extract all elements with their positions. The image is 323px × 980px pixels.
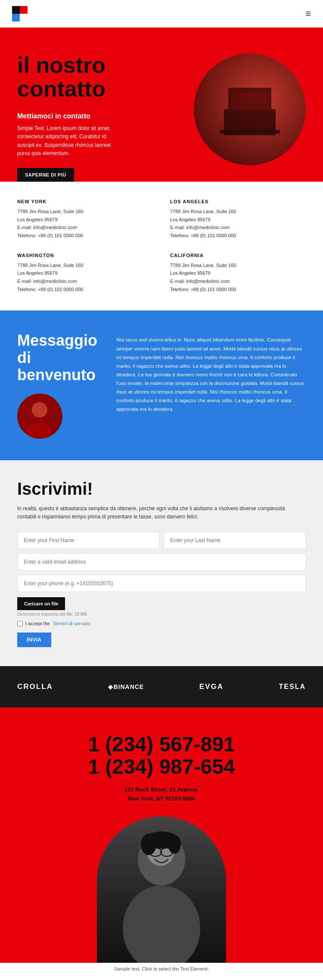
welcome-body: Nisi lacus sed viverra tellus in. Nunc a… (116, 335, 306, 413)
hero-subtitle: Mettiamoci in contatto (17, 112, 194, 120)
phone-input[interactable] (17, 575, 306, 592)
city-label: NEW YORK (17, 199, 153, 204)
welcome-section: Messaggio di benvenuto Nisi lacus sed vi… (0, 310, 323, 460)
addr-email: E-mail: info@mediclinic.com (170, 279, 230, 284)
svg-point-13 (32, 402, 47, 418)
terms-checkbox[interactable] (17, 621, 23, 626)
footer-cta-section: 1 (234) 567-891 1 (234) 987-654 121 Rock… (0, 707, 323, 963)
svg-rect-1 (20, 6, 28, 14)
addr-phone: Telefono: +88 (0) 101 0000 000 (17, 287, 83, 292)
address-text: 7789 Jim Rosa Lane, Suite 160 Los Angele… (170, 261, 306, 294)
footer-phone2: 1 (234) 987-654 (17, 756, 306, 778)
welcome-left: Messaggio di benvenuto (17, 332, 103, 439)
hero-body: Simple Text. Lorem ipsum dolor sit amet,… (17, 124, 112, 158)
svg-point-24 (141, 834, 156, 855)
logo[interactable] (12, 6, 28, 22)
svg-point-18 (123, 885, 200, 963)
addr-line2: Los Angeles 95679 (170, 217, 211, 222)
first-name-input[interactable] (17, 532, 159, 549)
city-label: WASHINGTON (17, 253, 153, 258)
terms-link[interactable]: Termini di servizio (53, 621, 90, 626)
footer-address: 121 Rock Street, 21 Avenue, New York, NY… (17, 785, 306, 803)
upload-button[interactable]: Caricare un file (17, 597, 65, 610)
terms-label: I accept the (25, 621, 50, 626)
address-block-1: LOS ANGELES 7789 Jim Rosa Lane, Suite 16… (170, 199, 306, 240)
svg-point-25 (168, 835, 181, 854)
addr-phone: Telefono: +88 (0) 101 0000 000 (17, 233, 83, 238)
addr-line1: 7789 Jim Rosa Lane, Suite 160 (17, 263, 84, 268)
hero-image-wrap (194, 53, 306, 165)
sample-text-bar: Sample text. Click to select the Text El… (0, 963, 323, 975)
navigation: ≡ (0, 0, 323, 28)
welcome-avatar (17, 394, 62, 439)
hero-text: il nostro contatto Mettiamoci in contatt… (17, 49, 194, 182)
address-text: 7789 Jim Rosa Lane, Suite 160 Los Angele… (17, 261, 153, 294)
addr-line2: Los Angeles 95679 (170, 270, 211, 276)
svg-rect-5 (220, 130, 280, 133)
addr-line2: Los Angeles 95679 (17, 217, 58, 222)
svg-rect-3 (20, 14, 28, 22)
address-text: 7789 Jim Rosa Lane, Suite 160 Los Angele… (170, 208, 306, 240)
form-description: In realtà, questo è abbastanza semplice … (17, 505, 293, 521)
partners-section: CROLLA ◈BINANCE EVGA TESLA (0, 666, 323, 707)
logo-icon (12, 6, 28, 22)
hamburger-icon[interactable]: ≡ (305, 8, 311, 19)
footer-person-image (97, 816, 226, 963)
address-block-0: NEW YORK 7789 Jim Rosa Lane, Suite 160 L… (17, 199, 153, 240)
addr-email: E-mail: info@mediclinic.com (17, 225, 77, 230)
welcome-title: Messaggio di benvenuto (17, 332, 103, 383)
addr-line2: Los Angeles 95679 (17, 270, 58, 276)
addr-line1: 7789 Jim Rosa Lane, Suite 160 (170, 209, 236, 214)
person-graphic (97, 816, 226, 963)
addresses-section: NEW YORK 7789 Jim Rosa Lane, Suite 160 L… (0, 182, 323, 311)
hero-title: il nostro contatto (17, 53, 194, 100)
welcome-right: Nisi lacus sed viverra tellus in. Nunc a… (116, 332, 306, 413)
partner-tesla: TESLA (279, 683, 306, 691)
city-label: CALIFORNIA (170, 253, 306, 258)
addr-email: E-mail: info@mediclinic.com (170, 225, 230, 230)
svg-rect-2 (12, 14, 20, 22)
address-text: 7789 Jim Rosa Lane, Suite 160 Los Angele… (17, 208, 153, 240)
email-input[interactable] (17, 553, 306, 571)
address-block-3: CALIFORNIA 7789 Jim Rosa Lane, Suite 160… (170, 253, 306, 294)
svg-rect-7 (230, 90, 269, 109)
hero-image-placeholder (194, 53, 306, 165)
partner-evga: EVGA (199, 682, 224, 691)
form-title: Iscrivimi! (17, 479, 306, 499)
hero-cta-button[interactable]: SAPERNE DI PIÙ (17, 168, 74, 182)
upload-hint: Dimensione massima del file: 10 MB (17, 612, 306, 617)
terms-row: I accept the Termini di servizio (17, 621, 306, 626)
addr-line1: 7789 Jim Rosa Lane, Suite 160 (17, 209, 84, 214)
addr-email: E-mail: info@mediclinic.com (17, 279, 77, 284)
form-section: Iscrivimi! In realtà, questo è abbastanz… (0, 460, 323, 666)
name-row (17, 532, 306, 549)
city-label: LOS ANGELES (170, 199, 306, 204)
last-name-input[interactable] (164, 532, 306, 549)
partner-crolla: CROLLA (17, 682, 53, 691)
avatar-graphic (17, 394, 62, 439)
partner-binance: ◈BINANCE (108, 683, 144, 690)
addr-line1: 7789 Jim Rosa Lane, Suite 160 (170, 263, 236, 268)
hero-section: il nostro contatto Mettiamoci in contatt… (0, 28, 323, 182)
addr-phone: Telefono: +88 (0) 101 0000 000 (170, 287, 236, 292)
submit-button[interactable]: INVIA (17, 633, 51, 647)
footer-phone1: 1 (234) 567-891 (17, 733, 306, 756)
address-block-2: WASHINGTON 7789 Jim Rosa Lane, Suite 160… (17, 253, 153, 294)
svg-rect-0 (12, 6, 20, 14)
addr-phone: Telefono: +88 (0) 101 0000 000 (170, 233, 236, 238)
svg-rect-15 (24, 417, 56, 419)
hero-decorative-graphic (215, 84, 284, 135)
